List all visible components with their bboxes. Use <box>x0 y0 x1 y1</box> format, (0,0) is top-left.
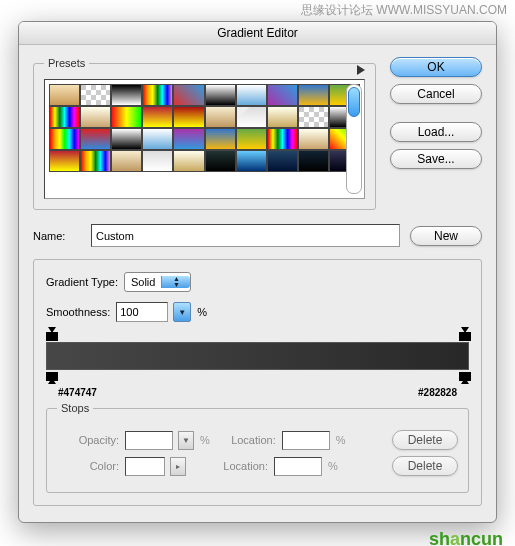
preset-swatch[interactable] <box>205 106 236 128</box>
save-button[interactable]: Save... <box>390 149 482 169</box>
preset-swatch[interactable] <box>80 150 111 172</box>
name-input[interactable] <box>91 224 400 247</box>
gradient-bar[interactable] <box>46 342 469 370</box>
preset-swatch[interactable] <box>236 106 267 128</box>
scrollbar-thumb[interactable] <box>348 87 360 117</box>
presets-legend: Presets <box>44 57 89 69</box>
presets-fieldset: Presets <box>33 57 376 210</box>
preset-swatch[interactable] <box>80 128 111 150</box>
preset-swatch[interactable] <box>205 150 236 172</box>
preset-swatch[interactable] <box>267 106 298 128</box>
delete-color-stop-button[interactable]: Delete <box>392 456 458 476</box>
select-arrows-icon: ▲▼ <box>161 276 190 288</box>
smoothness-dropdown-icon[interactable]: ▼ <box>173 302 191 322</box>
preset-swatch[interactable] <box>236 84 267 106</box>
preset-swatch[interactable] <box>111 106 142 128</box>
opacity-input[interactable] <box>125 431 173 450</box>
opacity-stop-right[interactable] <box>459 329 469 339</box>
opacity-stop-left[interactable] <box>46 329 56 339</box>
flyout-menu-icon[interactable] <box>357 65 365 75</box>
smoothness-label: Smoothness: <box>46 306 110 318</box>
preset-swatch[interactable] <box>173 150 204 172</box>
gradient-type-select[interactable]: Solid ▲▼ <box>124 272 191 292</box>
smoothness-unit: % <box>197 306 207 318</box>
load-button[interactable]: Load... <box>390 122 482 142</box>
preset-swatch[interactable] <box>236 128 267 150</box>
preset-swatch[interactable] <box>111 84 142 106</box>
opacity-location-unit: % <box>336 434 346 446</box>
presets-scrollbar[interactable] <box>346 84 362 194</box>
preset-swatch[interactable] <box>173 128 204 150</box>
preset-swatch[interactable] <box>80 106 111 128</box>
preset-swatch[interactable] <box>173 84 204 106</box>
preset-swatch[interactable] <box>267 84 298 106</box>
preset-swatch[interactable] <box>236 150 267 172</box>
preset-swatch[interactable] <box>80 84 111 106</box>
color-location-input[interactable] <box>274 457 322 476</box>
preset-swatch[interactable] <box>267 150 298 172</box>
presets-panel <box>44 79 365 199</box>
color-well[interactable] <box>125 457 165 476</box>
preset-swatch[interactable] <box>49 106 80 128</box>
preset-swatch[interactable] <box>298 128 329 150</box>
cancel-button[interactable]: Cancel <box>390 84 482 104</box>
watermark-logo: shancun 山村素材 .net <box>0 523 515 546</box>
preset-swatch-grid <box>49 84 360 172</box>
preset-swatch[interactable] <box>49 128 80 150</box>
preset-swatch[interactable] <box>267 128 298 150</box>
preset-swatch[interactable] <box>205 128 236 150</box>
gradient-type-label: Gradient Type: <box>46 276 118 288</box>
gradient-ramp-editor[interactable]: #474747 #282828 <box>46 332 469 394</box>
preset-swatch[interactable] <box>142 106 173 128</box>
preset-swatch[interactable] <box>298 106 329 128</box>
opacity-unit: % <box>200 434 210 446</box>
preset-swatch[interactable] <box>205 84 236 106</box>
dialog-title: Gradient Editor <box>19 22 496 45</box>
color-location-label: Location: <box>208 460 268 472</box>
color-stop-left[interactable] <box>46 372 56 382</box>
preset-swatch[interactable] <box>111 128 142 150</box>
left-hex-label: #474747 <box>58 387 97 398</box>
gradient-settings-fieldset: Gradient Type: Solid ▲▼ Smoothness: ▼ % … <box>33 259 482 506</box>
preset-swatch[interactable] <box>298 150 329 172</box>
stops-legend: Stops <box>57 402 93 414</box>
watermark-top: 思缘设计论坛 WWW.MISSYUAN.COM <box>0 0 515 21</box>
new-button[interactable]: New <box>410 226 482 246</box>
preset-swatch[interactable] <box>111 150 142 172</box>
opacity-label: Opacity: <box>57 434 119 446</box>
name-label: Name: <box>33 230 81 242</box>
gradient-editor-dialog: Gradient Editor Presets OK Cancel <box>18 21 497 523</box>
smoothness-input[interactable] <box>116 302 168 322</box>
color-label: Color: <box>57 460 119 472</box>
color-stop-right[interactable] <box>459 372 469 382</box>
color-location-unit: % <box>328 460 338 472</box>
preset-swatch[interactable] <box>142 150 173 172</box>
preset-swatch[interactable] <box>49 150 80 172</box>
opacity-location-label: Location: <box>216 434 276 446</box>
delete-opacity-stop-button[interactable]: Delete <box>392 430 458 450</box>
ok-button[interactable]: OK <box>390 57 482 77</box>
opacity-dropdown-icon[interactable]: ▼ <box>178 431 194 450</box>
preset-swatch[interactable] <box>142 84 173 106</box>
gradient-type-value: Solid <box>125 276 161 288</box>
preset-swatch[interactable] <box>49 84 80 106</box>
right-hex-label: #282828 <box>418 387 457 398</box>
stops-fieldset: Stops Opacity: ▼ % Location: % Delete Co… <box>46 402 469 493</box>
color-dropdown-icon[interactable]: ▸ <box>170 457 186 476</box>
preset-swatch[interactable] <box>142 128 173 150</box>
preset-swatch[interactable] <box>298 84 329 106</box>
preset-swatch[interactable] <box>173 106 204 128</box>
opacity-location-input[interactable] <box>282 431 330 450</box>
